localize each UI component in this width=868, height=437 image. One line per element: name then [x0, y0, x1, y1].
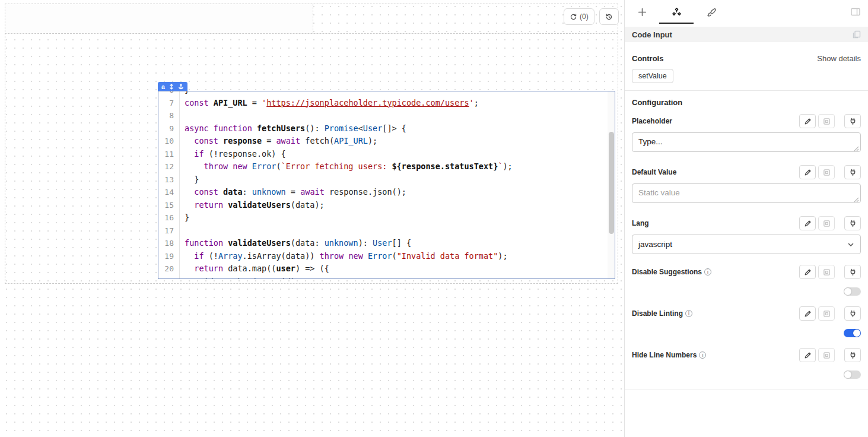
disable-suggestions-toggle[interactable] [844, 287, 861, 296]
selected-widget-label: a [161, 82, 165, 91]
lang-select-value: javascript [638, 240, 672, 249]
default-value-input[interactable] [632, 183, 861, 203]
edit-button[interactable] [799, 265, 816, 279]
disable-linting-toggle[interactable] [844, 329, 861, 337]
bind-data-button[interactable] [844, 348, 861, 362]
history-button[interactable] [599, 8, 619, 25]
builder-canvas[interactable]: (0) a 6}7const API_URL = 'https://jsonpl… [0, 0, 624, 437]
active-tab-underline [659, 23, 694, 24]
line-number: 19 [158, 250, 180, 263]
code-line: 9async function fetchUsers(): Promise<Us… [158, 122, 606, 135]
plug-icon [849, 169, 857, 176]
line-number: 8 [158, 109, 180, 122]
bind-data-button[interactable] [844, 265, 861, 279]
field-label: Lang [632, 219, 649, 227]
editor-scrollbar[interactable] [608, 91, 615, 278]
pencil-icon [804, 352, 812, 359]
field-default-value: Default Value [632, 165, 861, 205]
widgets-icon [672, 7, 682, 17]
line-number: 10 [158, 135, 180, 148]
anchor-icon [178, 84, 184, 90]
pencil-icon [804, 220, 812, 227]
edit-button[interactable] [799, 216, 816, 230]
collapse-panel-button[interactable] [850, 7, 861, 17]
toggle-knob [844, 371, 851, 378]
code-line: 10 const response = await fetch(API_URL)… [158, 135, 606, 148]
code-input-widget[interactable]: 6}7const API_URL = 'https://jsonplacehol… [158, 91, 615, 279]
code-line: 20 return data.map((user) => ({ [158, 262, 606, 276]
edit-button[interactable] [799, 114, 816, 128]
field-label: Disable Linting [632, 309, 683, 318]
placeholder-input[interactable]: Type... [632, 132, 861, 152]
code-block-icon [823, 169, 831, 176]
plug-icon [849, 220, 857, 227]
pencil-icon [804, 169, 812, 176]
toggle-knob [853, 330, 860, 337]
line-number: 17 [158, 224, 180, 238]
code-block-icon [823, 268, 831, 276]
info-icon [685, 310, 692, 317]
info-icon [699, 352, 706, 359]
plug-icon [849, 118, 857, 125]
header-drop-zone[interactable] [5, 4, 618, 34]
refresh-icon [570, 13, 577, 21]
header-left-container[interactable] [5, 4, 313, 33]
hide-line-numbers-toggle[interactable] [844, 370, 861, 379]
field-disable-suggestions: Disable Suggestions [632, 265, 861, 296]
bind-data-button[interactable] [844, 306, 861, 321]
line-number: 9 [158, 122, 180, 135]
widget-title: Code Input [632, 30, 672, 39]
pencil-icon [804, 268, 812, 276]
refresh-button[interactable]: (0) [564, 8, 594, 25]
code-block-icon [823, 118, 831, 125]
line-number: 18 [158, 237, 180, 250]
tab-widget-properties[interactable] [659, 0, 694, 24]
code-block-icon [823, 220, 831, 227]
field-label: Disable Suggestions [632, 268, 702, 276]
docs-icon[interactable] [853, 30, 861, 39]
code-block-icon [823, 310, 831, 318]
js-convert-button[interactable] [818, 265, 835, 279]
js-convert-button[interactable] [818, 348, 835, 362]
code-line: 18function validateUsers(data: unknown):… [158, 237, 606, 250]
code-line: 6} [158, 91, 606, 97]
field-label: Hide Line Numbers [632, 351, 697, 359]
js-convert-button[interactable] [818, 216, 835, 230]
tab-styles[interactable] [694, 0, 728, 24]
line-number: 7 [158, 97, 180, 110]
setvalue-method-chip[interactable]: setValue [632, 69, 673, 83]
section-divider [625, 390, 868, 390]
js-convert-button[interactable] [818, 165, 835, 179]
code-lines[interactable]: 6}7const API_URL = 'https://jsonplacehol… [158, 91, 606, 279]
js-convert-button[interactable] [818, 114, 835, 128]
selected-widget-badge[interactable]: a [158, 82, 187, 91]
edit-button[interactable] [799, 306, 816, 321]
refresh-count: (0) [580, 12, 589, 21]
inspector-panel: Code Input Controls Show details setValu… [624, 0, 868, 437]
js-convert-button[interactable] [818, 306, 835, 321]
paintbrush-icon [706, 7, 716, 17]
code-line: 15 return validateUsers(data); [158, 199, 606, 212]
bind-data-button[interactable] [844, 165, 861, 179]
plus-icon [637, 7, 647, 17]
line-number: 14 [158, 186, 180, 199]
field-label: Placeholder [632, 117, 672, 125]
pencil-icon [804, 118, 812, 125]
bind-data-button[interactable] [844, 114, 861, 128]
editor-scrollbar-thumb[interactable] [609, 132, 614, 234]
line-number: 20 [158, 262, 180, 276]
edit-button[interactable] [799, 165, 816, 179]
configuration-heading: Configuration [632, 98, 861, 107]
show-details-link[interactable]: Show details [817, 54, 861, 63]
edit-button[interactable] [799, 348, 816, 362]
code-line: 13 } [158, 173, 606, 186]
code-line: 11 if (!response.ok) { [158, 148, 606, 161]
code-line: 21 id: Number(user.id), [158, 276, 606, 280]
resize-grip-icon[interactable] [854, 197, 859, 202]
resize-grip-icon[interactable] [854, 146, 859, 151]
tab-add-widget[interactable] [625, 0, 659, 24]
bind-data-button[interactable] [844, 216, 861, 230]
lang-select[interactable]: javascript [632, 235, 861, 254]
toggle-knob [844, 288, 851, 295]
info-icon [704, 268, 711, 276]
